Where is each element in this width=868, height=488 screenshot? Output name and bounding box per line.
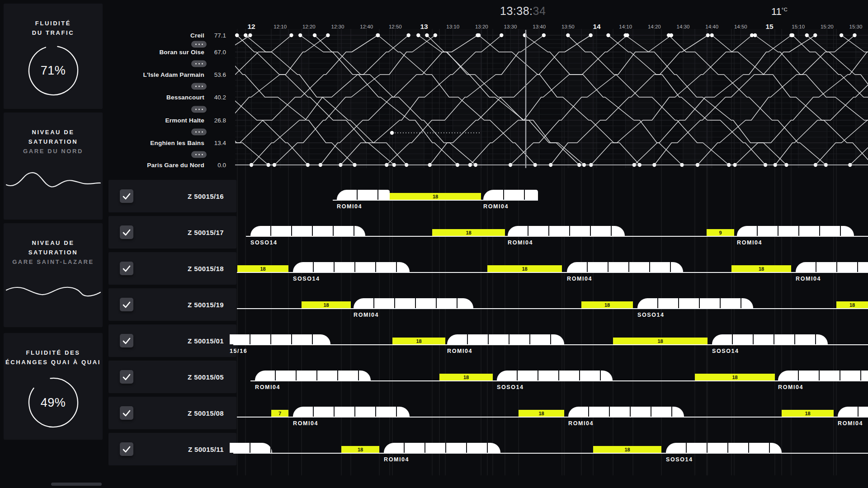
dwell-bar[interactable]: 18 xyxy=(302,301,351,308)
train-code-label: ROMI04 xyxy=(568,420,594,427)
train-row-card: Z 50015/01 xyxy=(108,324,236,357)
train-code-label: ROMI04 xyxy=(796,276,821,282)
dwell-bar[interactable]: 18 xyxy=(519,410,564,417)
train-block[interactable] xyxy=(497,371,613,380)
dwell-bar[interactable]: 18 xyxy=(782,410,834,417)
train-block[interactable] xyxy=(838,407,868,417)
train-row-card: Z 50015/19 xyxy=(108,288,236,321)
train-block[interactable] xyxy=(796,262,868,272)
train-row-card: Z 50015/05 xyxy=(108,361,236,393)
train-row-card: Z 50015/08 xyxy=(108,397,236,429)
train-code-label: ROMI04 xyxy=(567,276,592,282)
train-row-card: Z 50015/18 xyxy=(108,252,236,285)
train-block[interactable] xyxy=(568,407,684,417)
train-code-label: ROMI04 xyxy=(447,348,472,354)
gantt-baseline xyxy=(333,200,538,201)
dwell-bar[interactable]: 18 xyxy=(581,301,633,308)
train-code-label: ROMI04 xyxy=(838,420,863,427)
gantt-baseline xyxy=(233,344,868,345)
train-code-label: ROMI04 xyxy=(778,384,803,390)
dwell-bar[interactable]: 18 xyxy=(390,193,481,200)
train-code-label: 15/16 xyxy=(230,348,247,354)
row-label: Z 50015/05 xyxy=(188,373,224,381)
train-block[interactable] xyxy=(778,371,868,380)
gantt-baseline xyxy=(237,308,868,309)
dwell-bar[interactable]: 18 xyxy=(731,265,791,272)
dwell-bar[interactable]: 18 xyxy=(593,446,661,453)
dwell-bar[interactable]: 9 xyxy=(707,229,734,236)
row-checkbox[interactable] xyxy=(120,370,133,384)
gantt-baseline xyxy=(237,272,868,273)
train-code-label: ROMI04 xyxy=(508,239,533,246)
train-code-label: ROMI04 xyxy=(293,420,318,427)
gantt-baseline xyxy=(250,380,868,381)
train-block[interactable] xyxy=(293,407,410,417)
train-block[interactable] xyxy=(255,371,371,380)
dwell-bar[interactable]: 18 xyxy=(487,265,562,272)
dwell-bar[interactable]: 18 xyxy=(392,338,445,344)
train-code-label: SOSO14 xyxy=(250,239,278,246)
train-code-label: SOSO14 xyxy=(712,348,739,354)
dwell-bar[interactable]: 18 xyxy=(439,374,493,380)
train-code-label: ROMI04 xyxy=(255,384,280,390)
row-label: Z 50015/11 xyxy=(188,446,224,453)
train-block[interactable] xyxy=(567,262,683,272)
train-row-card: Z 50015/16 xyxy=(108,180,236,212)
train-block[interactable] xyxy=(354,298,473,308)
train-row-card: Z 50015/17 xyxy=(108,216,236,249)
gantt-baseline xyxy=(233,453,868,454)
dwell-bar[interactable]: 18 xyxy=(695,374,775,380)
train-code-label: ROMI04 xyxy=(483,203,509,210)
train-block[interactable] xyxy=(384,443,500,453)
row-checkbox[interactable] xyxy=(120,262,133,275)
row-label: Z 50015/01 xyxy=(188,337,224,345)
row-checkbox[interactable] xyxy=(120,442,133,456)
row-label: Z 50015/19 xyxy=(188,301,224,309)
row-checkbox[interactable] xyxy=(120,406,133,420)
row-label: Z 50015/16 xyxy=(188,192,224,200)
train-block[interactable] xyxy=(637,298,753,308)
train-code-label: ROMI04 xyxy=(737,239,762,246)
train-code-label: SOSO14 xyxy=(637,312,665,318)
row-checkbox[interactable] xyxy=(120,225,133,239)
gantt-baseline xyxy=(237,417,868,418)
train-block[interactable] xyxy=(483,190,538,200)
dwell-bar[interactable]: 7 xyxy=(271,410,288,417)
train-code-label: SOSO14 xyxy=(293,276,320,282)
train-block[interactable] xyxy=(293,262,410,272)
row-checkbox[interactable] xyxy=(120,334,133,347)
row-label: Z 50015/17 xyxy=(188,229,224,236)
train-block[interactable] xyxy=(230,334,330,344)
train-block[interactable] xyxy=(712,334,828,344)
train-block[interactable] xyxy=(230,443,272,453)
train-row-card: Z 50015/11 xyxy=(108,433,236,465)
train-block[interactable] xyxy=(250,226,365,236)
train-code-label: SOSO14 xyxy=(497,384,524,390)
dwell-bar[interactable]: 18 xyxy=(432,229,505,236)
row-label: Z 50015/18 xyxy=(188,265,224,272)
train-code-label: SOSO14 xyxy=(666,456,693,463)
train-code-label: ROMI04 xyxy=(384,456,409,463)
train-block[interactable] xyxy=(447,334,564,344)
row-checkbox[interactable] xyxy=(120,298,133,311)
train-block[interactable] xyxy=(737,226,854,236)
train-block[interactable] xyxy=(508,226,625,236)
now-line xyxy=(525,30,526,168)
dwell-bar[interactable]: 18 xyxy=(836,301,868,308)
dwell-bar[interactable]: 18 xyxy=(237,265,288,272)
train-block[interactable] xyxy=(337,190,390,200)
row-checkbox[interactable] xyxy=(120,189,133,203)
row-label: Z 50015/08 xyxy=(188,409,224,417)
train-code-label: ROMI04 xyxy=(354,312,379,318)
gantt-baseline xyxy=(246,236,868,237)
train-block[interactable] xyxy=(666,443,782,453)
app-root: FLUIDITÉ DU TRAFIC 71% NIVEAU DE SATURAT… xyxy=(0,0,868,488)
train-code-label: ROMI04 xyxy=(337,203,362,210)
dwell-bar[interactable]: 18 xyxy=(341,446,379,453)
dwell-bar[interactable]: 18 xyxy=(613,338,708,344)
